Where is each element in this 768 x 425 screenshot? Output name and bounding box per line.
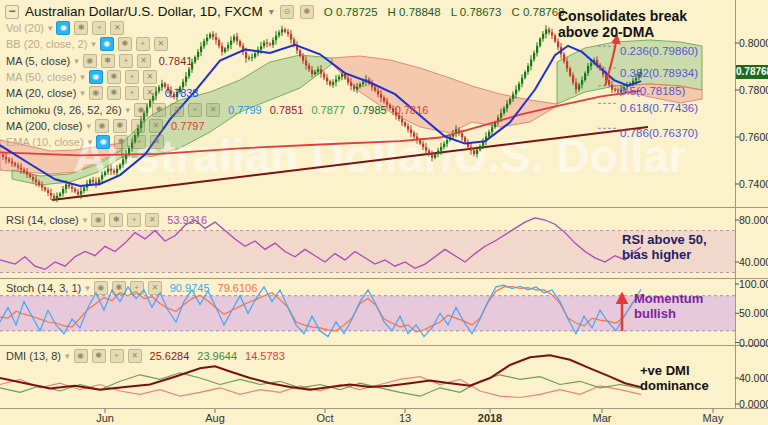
panel-row-stoch-14-3-1[interactable]: Stoch (14, 3, 1)▾◉✱+✕90.974579.6106 <box>6 281 257 295</box>
eye-icon[interactable]: ◉ <box>56 21 70 35</box>
eye-icon[interactable]: ◉ <box>100 37 114 51</box>
indicator-row-ma-5-close[interactable]: MA (5, close)▾◉✱+✕0.7841 <box>6 54 192 68</box>
chevron-down-icon[interactable]: ▾ <box>85 283 90 293</box>
close-icon[interactable]: ✕ <box>143 70 157 84</box>
annotation-rsi[interactable]: RSI above 50, bias higher <box>622 233 707 263</box>
indicator-row-vol-20[interactable]: Vol (20)▾◉✱+✕ <box>6 21 124 35</box>
settings-icon[interactable]: ✱ <box>300 5 314 19</box>
plus-icon[interactable]: + <box>127 213 141 227</box>
indicator-label[interactable]: Stoch (14, 3, 1) <box>6 282 81 294</box>
close-icon[interactable]: ✕ <box>154 37 168 51</box>
close-icon[interactable]: ✕ <box>110 21 124 35</box>
fib-level-label[interactable]: 0.382(0.78934) <box>620 67 698 79</box>
annotation-stoch[interactable]: Momentum bullish <box>634 292 703 322</box>
compare-icon[interactable]: ⊙ <box>280 5 294 19</box>
chevron-down-icon[interactable]: ▾ <box>80 72 85 82</box>
close-icon[interactable]: ✕ <box>150 135 164 149</box>
indicator-row-ma-20-close[interactable]: MA (20, close)▾◉✱+✕0.7838 <box>6 86 199 100</box>
annotation-stoch-line2: bullish <box>634 307 703 322</box>
close-icon[interactable]: ✕ <box>143 86 157 100</box>
plus-icon[interactable]: + <box>92 21 106 35</box>
indicator-row-ichimoku-9-26-52-26[interactable]: Ichimoku (9, 26, 52, 26)▾◉✱{}+✕0.77990.7… <box>6 103 428 117</box>
plus-icon[interactable]: + <box>125 70 139 84</box>
braces-icon[interactable]: {} <box>170 103 184 117</box>
indicator-label[interactable]: MA (200, close) <box>6 120 82 132</box>
gear-icon[interactable]: ✱ <box>107 86 121 100</box>
plus-icon[interactable]: + <box>132 135 146 149</box>
fib-level-label[interactable]: 0.236(0.79860) <box>620 45 698 57</box>
close-icon[interactable]: ✕ <box>137 54 151 68</box>
plus-icon[interactable]: + <box>131 119 145 133</box>
gear-icon[interactable]: ✱ <box>152 103 166 117</box>
eye-icon[interactable]: ◉ <box>96 135 110 149</box>
eye-icon[interactable]: ◉ <box>74 349 88 363</box>
close-icon[interactable]: ✕ <box>149 119 163 133</box>
eye-icon[interactable]: ◉ <box>95 119 109 133</box>
chevron-down-icon[interactable]: ▾ <box>86 121 91 131</box>
indicator-label[interactable]: Ichimoku (9, 26, 52, 26) <box>6 104 122 116</box>
chevron-down-icon[interactable]: ▾ <box>80 88 85 98</box>
indicator-row-ma-50-close[interactable]: MA (50, close)▾◉✱+✕ <box>6 70 157 84</box>
gear-icon[interactable]: ✱ <box>113 119 127 133</box>
chevron-down-icon[interactable]: ▾ <box>91 39 96 49</box>
eye-icon[interactable]: ◉ <box>94 281 108 295</box>
close-icon[interactable]: ✕ <box>148 281 162 295</box>
plus-icon[interactable]: + <box>136 37 150 51</box>
gear-icon[interactable]: ✱ <box>74 21 88 35</box>
gear-icon[interactable]: ✱ <box>101 54 115 68</box>
collapse-panel-icon[interactable]: − <box>5 5 19 19</box>
annotation-dmi[interactable]: +ve DMI dominance <box>640 364 709 394</box>
chevron-down-icon[interactable]: ▾ <box>65 351 70 361</box>
plus-icon[interactable]: + <box>119 54 133 68</box>
eye-icon[interactable]: ◉ <box>89 86 103 100</box>
close-icon[interactable]: ✕ <box>206 103 220 117</box>
annotation-main[interactable]: Consolidates break above 20-DMA <box>558 8 687 40</box>
plus-icon[interactable]: + <box>130 281 144 295</box>
indicator-value: 0.7851 <box>270 104 304 116</box>
chevron-down-icon[interactable]: ▾ <box>48 23 53 33</box>
axis-label: 80.0000 <box>739 214 768 226</box>
indicator-row-ema-10-close[interactable]: EMA (10, close)▾◉✱+✕ <box>6 135 164 149</box>
indicator-label[interactable]: RSI (14, close) <box>6 214 79 226</box>
fib-level-label[interactable]: 0.618(0.77436) <box>620 102 698 114</box>
close-icon[interactable]: ✕ <box>145 213 159 227</box>
chevron-down-icon[interactable]: ▾ <box>74 56 79 66</box>
indicator-label[interactable]: MA (5, close) <box>6 55 70 67</box>
indicator-label[interactable]: Vol (20) <box>6 22 44 34</box>
chevron-down-icon[interactable]: ▾ <box>269 6 274 17</box>
chevron-down-icon[interactable]: ▾ <box>83 215 88 225</box>
indicator-row-bb-20-close-2[interactable]: BB (20, close, 2)▾◉✱+✕ <box>6 37 168 51</box>
eye-icon[interactable]: ◉ <box>134 103 148 117</box>
eye-icon[interactable]: ◉ <box>83 54 97 68</box>
plus-icon[interactable]: + <box>125 86 139 100</box>
gear-icon[interactable]: ✱ <box>107 70 121 84</box>
axis-label: 0.74000 <box>739 178 768 190</box>
plus-icon[interactable]: + <box>188 103 202 117</box>
indicator-value: 0.7838 <box>165 87 199 99</box>
gear-icon[interactable]: ✱ <box>112 281 126 295</box>
fib-level-label[interactable]: 0.5(0.78185) <box>620 85 685 97</box>
indicator-row-ma-200-close[interactable]: MA (200, close)▾◉✱+✕0.7797 <box>6 119 205 133</box>
gear-icon[interactable]: ✱ <box>109 213 123 227</box>
indicator-label[interactable]: EMA (10, close) <box>6 136 84 148</box>
time-label-jun: Jun <box>96 412 114 424</box>
eye-icon[interactable]: ◉ <box>91 213 105 227</box>
indicator-label[interactable]: MA (20, close) <box>6 87 76 99</box>
trading-platform-window: { "header": { "collapse_icon": "⊟", "tit… <box>0 0 768 425</box>
indicator-label[interactable]: BB (20, close, 2) <box>6 38 87 50</box>
chevron-down-icon[interactable]: ▾ <box>126 105 131 115</box>
indicator-value: 0.7841 <box>159 55 193 67</box>
gear-icon[interactable]: ✱ <box>92 349 106 363</box>
indicator-label[interactable]: DMI (13, 8) <box>6 350 61 362</box>
close-icon[interactable]: ✕ <box>128 349 142 363</box>
gear-icon[interactable]: ✱ <box>118 37 132 51</box>
symbol-title[interactable]: Australian Dollar/U.S. Dollar, 1D, FXCM <box>25 4 263 19</box>
plus-icon[interactable]: + <box>110 349 124 363</box>
panel-row-rsi-14-close[interactable]: RSI (14, close)▾◉✱+✕53.9316 <box>6 213 207 227</box>
panel-row-dmi-13-8[interactable]: DMI (13, 8)▾◉✱+✕25.628423.964414.5783 <box>6 349 285 363</box>
fib-level-label[interactable]: 0.786(0.76370) <box>620 127 698 139</box>
gear-icon[interactable]: ✱ <box>114 135 128 149</box>
chevron-down-icon[interactable]: ▾ <box>88 137 93 147</box>
indicator-label[interactable]: MA (50, close) <box>6 71 76 83</box>
eye-icon[interactable]: ◉ <box>89 70 103 84</box>
